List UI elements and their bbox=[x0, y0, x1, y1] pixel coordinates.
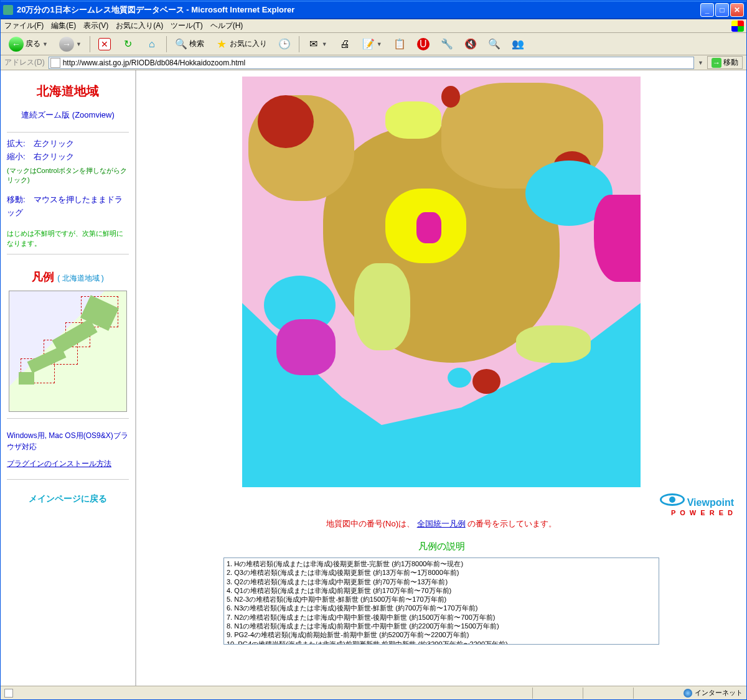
dropdown-icon: ▼ bbox=[377, 41, 382, 47]
browser-compat: Windows用, Mac OS用(OS9&X)ブラウザ対応 bbox=[7, 430, 129, 452]
toolbar: ← 戻る ▼ → ▼ ✕ ↻ ⌂ 🔍 検索 ★ お気に入り 🕒 ✉▼ 🖨 📝▼ … bbox=[1, 33, 746, 55]
separator bbox=[90, 36, 90, 52]
edit-button[interactable]: 📝▼ bbox=[358, 36, 387, 52]
japan-minimap[interactable] bbox=[9, 291, 127, 412]
people-icon: 👥 bbox=[512, 38, 524, 50]
caption-suffix: の番号を示しています。 bbox=[467, 519, 557, 528]
legend-item: 5. N2-3の堆積岩類(海成)中期中新世-鮮新世 (約1500万年前〜170万… bbox=[227, 595, 656, 604]
dropdown-icon: ▼ bbox=[42, 41, 48, 47]
legend-subtitle: ( 北海道地域 ) bbox=[57, 274, 104, 282]
extra-button-1[interactable]: U bbox=[413, 36, 434, 52]
legend-item: 6. N3の堆積岩類(海成または非海成)後期中新世-鮮新世 (約700万年前〜1… bbox=[227, 604, 656, 612]
extra-button-2[interactable]: 🔧 bbox=[436, 36, 458, 52]
page-status-icon bbox=[4, 689, 13, 698]
app-icon bbox=[3, 5, 13, 15]
zoom-out-instruction: 縮小: 右クリック bbox=[7, 151, 129, 164]
back-arrow-icon: ← bbox=[9, 37, 24, 52]
map-caption: 地質図中の番号(No)は、 全国統一凡例 の番号を示しています。 bbox=[136, 518, 746, 530]
stop-button[interactable]: ✕ bbox=[94, 36, 115, 52]
forward-button[interactable]: → ▼ bbox=[55, 35, 86, 54]
back-to-main-link[interactable]: メインページに戻る bbox=[7, 493, 129, 505]
legend-item: 3. Q2の堆積岩類(海成または非海成)中期更新世 (約70万年前〜13万年前) bbox=[227, 577, 656, 586]
sidebar: 北海道地域 連続ズーム版 (Zoomview) 拡大: 左クリック 縮小: 右ク… bbox=[1, 70, 136, 686]
region-title: 北海道地域 bbox=[7, 83, 129, 100]
separator bbox=[299, 36, 299, 52]
edit-icon: 📝 bbox=[362, 38, 375, 50]
menu-favorites[interactable]: お気に入り(A) bbox=[116, 21, 163, 31]
favorites-button[interactable]: ★ お気に入り bbox=[211, 36, 271, 52]
mail-icon: ✉ bbox=[308, 38, 320, 50]
viewpoint-badge: Viewpoint P O W E R E D bbox=[660, 493, 734, 517]
menubar: ファイル(F) 編集(E) 表示(V) お気に入り(A) ツール(T) ヘルプ(… bbox=[1, 19, 746, 33]
divider bbox=[7, 132, 129, 133]
discuss-button[interactable]: 📋 bbox=[389, 36, 410, 52]
windows-logo-icon bbox=[731, 21, 744, 32]
print-button[interactable]: 🖨 bbox=[334, 36, 355, 52]
extra-button-5[interactable]: 👥 bbox=[507, 36, 529, 52]
address-label: アドレス(D) bbox=[4, 57, 45, 68]
circle-u-icon: U bbox=[417, 38, 430, 50]
main-content[interactable]: Viewpoint P O W E R E D 地質図中の番号(No)は、 全国… bbox=[136, 70, 746, 686]
mac-note: (マックはControlボタンを押しながらクリック) bbox=[7, 166, 129, 185]
extra-button-4[interactable]: 🔍 bbox=[484, 36, 505, 52]
menu-file[interactable]: ファイル(F) bbox=[4, 21, 44, 31]
back-label: 戻る bbox=[26, 39, 40, 49]
stop-icon: ✕ bbox=[98, 38, 111, 50]
back-button[interactable]: ← 戻る ▼ bbox=[4, 35, 52, 54]
separator bbox=[166, 36, 167, 52]
history-button[interactable]: 🕒 bbox=[274, 36, 295, 52]
tool-icon: 🔧 bbox=[441, 38, 453, 50]
zoom-in-instruction: 拡大: 左クリック bbox=[7, 138, 129, 151]
legend-textarea[interactable]: 1. Hの堆積岩類(海成または非海成)後期更新世-完新世 (約1万8000年前〜… bbox=[223, 558, 659, 645]
maximize-button[interactable]: □ bbox=[715, 3, 729, 17]
zoomview-label: 連続ズーム版 (Zoomview) bbox=[7, 110, 129, 121]
address-bar: アドレス(D) ▼ → 移動 bbox=[1, 55, 746, 70]
notes-icon: 📋 bbox=[393, 38, 406, 50]
search-button[interactable]: 🔍 検索 bbox=[171, 36, 209, 52]
geological-map[interactable] bbox=[242, 77, 641, 487]
legend-item: 8. N1の堆積岩類(海成または非海成)前期中新世-中期中新世 (約2200万年… bbox=[227, 622, 656, 630]
legend-heading: 凡例 ( 北海道地域 ) bbox=[7, 269, 129, 284]
unified-legend-link[interactable]: 全国統一凡例 bbox=[417, 519, 466, 528]
zoom-icon: 🔍 bbox=[488, 38, 500, 50]
dropdown-icon: ▼ bbox=[76, 41, 82, 47]
titlebar: 20万分の1日本シームレス地質図データベース - Microsoft Inter… bbox=[1, 1, 746, 19]
menu-tools[interactable]: ツール(T) bbox=[171, 21, 202, 31]
menu-view[interactable]: 表示(V) bbox=[83, 21, 108, 31]
divider bbox=[7, 479, 129, 480]
viewpoint-text: Viewpoint bbox=[687, 497, 734, 508]
divider bbox=[7, 254, 129, 254]
forward-arrow-icon: → bbox=[59, 37, 74, 52]
go-label: 移動 bbox=[723, 57, 738, 68]
window-title: 20万分の1日本シームレス地質図データベース - Microsoft Inter… bbox=[17, 4, 700, 16]
address-dropdown-icon[interactable]: ▼ bbox=[698, 60, 703, 66]
legend-item: 4. Q1の堆積岩類(海成または非海成)前期更新世 (約170万年前〜70万年前… bbox=[227, 586, 656, 595]
print-icon: 🖨 bbox=[339, 38, 351, 50]
sound-icon: 🔇 bbox=[464, 38, 477, 50]
search-label: 検索 bbox=[189, 39, 204, 49]
close-button[interactable]: ✕ bbox=[730, 3, 744, 17]
search-icon: 🔍 bbox=[175, 38, 187, 50]
eye-icon bbox=[660, 493, 685, 506]
minimize-button[interactable]: _ bbox=[700, 3, 714, 17]
menu-help[interactable]: ヘルプ(H) bbox=[210, 21, 243, 31]
menu-edit[interactable]: 編集(E) bbox=[51, 21, 76, 31]
home-icon: ⌂ bbox=[146, 38, 158, 50]
go-button[interactable]: → 移動 bbox=[707, 56, 743, 69]
status-cell bbox=[532, 688, 583, 699]
legend-item: 2. Q3の堆積岩類(海成または非海成)後期更新世 (約13万年前〜1万8000… bbox=[227, 568, 656, 577]
plugin-install-link[interactable]: プラグインのインストール方法 bbox=[7, 459, 129, 469]
history-icon: 🕒 bbox=[278, 38, 291, 50]
extra-button-3[interactable]: 🔇 bbox=[460, 36, 481, 52]
refresh-button[interactable]: ↻ bbox=[118, 36, 139, 52]
favorites-label: お気に入り bbox=[230, 39, 267, 49]
mail-button[interactable]: ✉▼ bbox=[303, 36, 332, 52]
legend-item: 10. PG4の堆積岩類(海成または非海成)前期漸新世-前期中新世 (約3200… bbox=[227, 640, 656, 645]
status-cell bbox=[583, 688, 633, 699]
page-icon bbox=[50, 58, 60, 68]
statusbar: インターネット bbox=[1, 686, 746, 699]
address-input[interactable] bbox=[49, 57, 694, 69]
home-button[interactable]: ⌂ bbox=[141, 36, 162, 52]
zone-label: インターネット bbox=[695, 688, 743, 698]
divider bbox=[7, 418, 129, 419]
